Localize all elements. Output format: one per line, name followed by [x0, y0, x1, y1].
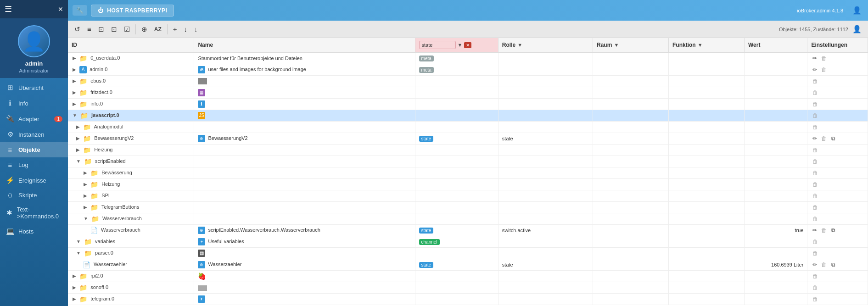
sidebar-item-ereignisse[interactable]: ⚡ Ereignisse: [0, 172, 68, 188]
cell-id: ▶ 📁 Heizung: [68, 145, 194, 156]
expand-button[interactable]: ▶: [72, 273, 77, 278]
sidebar-item-info[interactable]: ℹ Info: [0, 95, 68, 111]
delete-button[interactable]: 🗑: [811, 146, 819, 154]
cell-name: [194, 156, 415, 167]
sidebar-item-hosts[interactable]: 💻 Hosts: [0, 223, 68, 239]
menu-icon[interactable]: ☰: [5, 4, 12, 14]
cell-settings: 🗑: [807, 167, 868, 179]
edit-button[interactable]: ✏: [811, 227, 818, 234]
settings-button[interactable]: 🔧: [73, 5, 87, 16]
sort-az-button[interactable]: AZ: [151, 24, 164, 34]
delete-button[interactable]: 🗑: [811, 295, 819, 303]
expand-button[interactable]: ▶: [72, 285, 77, 290]
cell-settings: 🗑: [807, 110, 868, 122]
export-button[interactable]: ↓: [191, 23, 201, 35]
delete-button[interactable]: 🗑: [820, 261, 828, 268]
expand-button[interactable]: ▶: [75, 147, 81, 152]
close-icon[interactable]: ✕: [58, 6, 63, 13]
col-funktion: Funktion ▼: [668, 38, 744, 52]
delete-button[interactable]: 🗑: [811, 158, 819, 165]
expand-button[interactable]: ▶: [75, 136, 81, 141]
delete-button[interactable]: 🗑: [811, 215, 819, 223]
delete-button[interactable]: 🗑: [811, 284, 819, 291]
expand-button[interactable]: ▶: [83, 205, 88, 210]
sidebar-item-objekte[interactable]: ≡ Objekte: [0, 142, 68, 157]
delete-button[interactable]: 🗑: [811, 100, 819, 108]
state-filter-clear[interactable]: ✕: [464, 42, 471, 48]
expand-button[interactable]: ▼: [75, 239, 82, 244]
expand-button[interactable]: ▶: [83, 170, 88, 175]
toolbar-person-icon[interactable]: 👤: [850, 23, 864, 35]
delete-button[interactable]: 🗑: [811, 112, 819, 119]
admin-icon: A: [79, 66, 87, 73]
expand-button[interactable]: ▶: [72, 67, 77, 72]
topbar-person-icon[interactable]: 👤: [851, 5, 863, 16]
cell-value: [744, 133, 807, 145]
delete-button[interactable]: 🗑: [811, 238, 819, 245]
cell-role: [498, 122, 593, 133]
expand-button[interactable]: ▶: [83, 193, 88, 198]
expand-button[interactable]: ▼: [83, 216, 89, 221]
delete-button[interactable]: 🗑: [811, 250, 819, 257]
sidebar-item-instanzen[interactable]: ⚙ Instanzen: [0, 127, 68, 142]
edit-button[interactable]: ✏: [811, 55, 818, 62]
expand-button[interactable]: ▼: [72, 113, 78, 118]
cell-value: 160.6939 Liter: [744, 259, 807, 271]
cell-function: [668, 87, 744, 99]
raum-filter-dropdown[interactable]: ▼: [613, 42, 620, 48]
sidebar-item-log[interactable]: ≡ Log: [0, 157, 68, 172]
cell-id: ▶ 📁 TelegramButtons: [68, 202, 194, 213]
delete-button[interactable]: 🗑: [820, 135, 828, 142]
expand-button[interactable]: ▶: [72, 296, 77, 301]
add-button[interactable]: +: [170, 23, 180, 35]
state-filter-input[interactable]: [419, 41, 456, 49]
list-view-button[interactable]: ≡: [84, 23, 94, 35]
cell-role: [498, 167, 593, 179]
edit-button[interactable]: ✏: [811, 261, 818, 268]
cell-name: ⊕ Wasserzaehler: [194, 259, 415, 271]
select-button[interactable]: ☑: [121, 23, 133, 35]
import-button[interactable]: ↓: [181, 23, 190, 35]
expand-button[interactable]: ▼: [75, 159, 82, 164]
expand-button[interactable]: ▶: [83, 182, 88, 187]
table-row: ▶ 📁 telegram.0 ✈ 🗑: [68, 294, 868, 305]
edit-button[interactable]: ✏: [811, 135, 818, 142]
expand-button[interactable]: ▼: [75, 250, 82, 256]
delete-button[interactable]: 🗑: [811, 204, 819, 211]
delete-button[interactable]: 🗑: [811, 123, 819, 131]
sidebar-item-adapter[interactable]: 🔌 Adapter 1: [0, 111, 68, 127]
edit-button[interactable]: ✏: [811, 66, 818, 73]
expand-button[interactable]: ▶: [72, 56, 77, 61]
delete-button[interactable]: 🗑: [820, 227, 828, 234]
rolle-filter-dropdown[interactable]: ▼: [516, 42, 523, 48]
delete-button[interactable]: 🗑: [811, 181, 819, 188]
delete-button[interactable]: 🗑: [820, 55, 828, 62]
fritzdect-icon: ▦: [198, 89, 205, 96]
delete-button[interactable]: 🗑: [811, 192, 819, 200]
copy-button[interactable]: ⧉: [830, 135, 837, 142]
sidebar-item-text-kommandos[interactable]: ✱ Text->Kommandos.0: [0, 202, 68, 223]
sidebar-item-uebersicht[interactable]: ⊞ Übersicht: [0, 80, 68, 95]
delete-button[interactable]: 🗑: [811, 169, 819, 177]
cell-settings: 🗑: [807, 190, 868, 202]
expand-button[interactable]: ▶: [72, 101, 77, 106]
refresh-button[interactable]: ↺: [72, 23, 83, 35]
expand-button[interactable]: ▶: [72, 78, 77, 83]
delete-button[interactable]: 🗑: [811, 89, 819, 96]
expand-button[interactable]: ▶: [75, 124, 81, 129]
delete-button[interactable]: 🗑: [811, 78, 819, 85]
sidebar-item-skripte[interactable]: ⟨⟩ Skripte: [0, 188, 68, 202]
state-filter-dropdown[interactable]: ▼: [457, 42, 464, 48]
delete-button[interactable]: 🗑: [820, 66, 828, 73]
copy-button[interactable]: ⧉: [830, 261, 837, 268]
expand-button[interactable]: ⊡: [108, 23, 120, 35]
filter-button[interactable]: ⊕: [139, 23, 150, 35]
table-body: ▶ 📁 0_userdata.0 Stammordner für Benutze…: [68, 52, 868, 305]
folder-icon: 📁: [80, 112, 88, 119]
host-button[interactable]: ⏻ HOST RASPBERRYPI: [91, 5, 174, 17]
funktion-filter-dropdown[interactable]: ▼: [697, 42, 704, 48]
delete-button[interactable]: 🗑: [811, 273, 819, 280]
copy-button[interactable]: ⧉: [830, 227, 837, 234]
collapse-button[interactable]: ⊡: [95, 23, 107, 35]
expand-button[interactable]: ▶: [72, 90, 77, 95]
